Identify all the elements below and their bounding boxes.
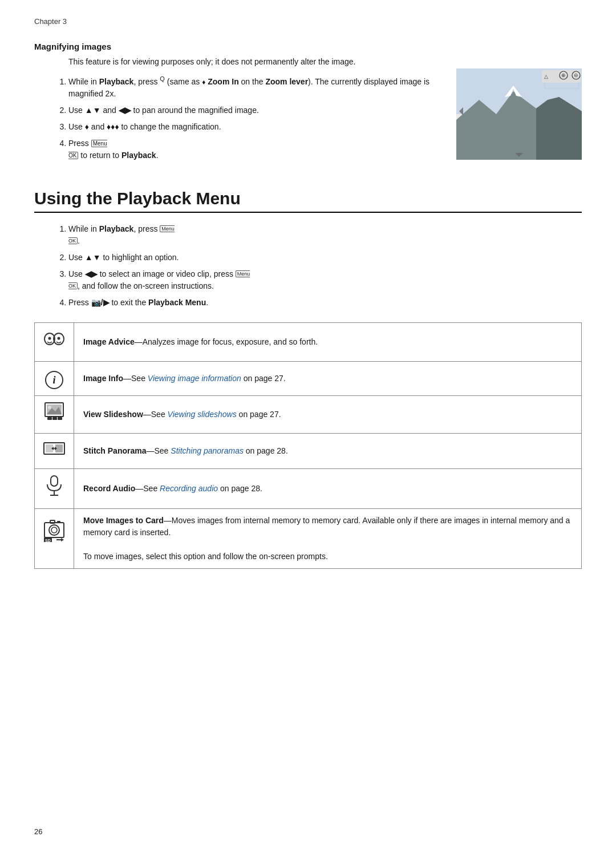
panorama-desc: Stitch Panorama—See Stitching panoramas … [74, 433, 582, 468]
audio-desc: Record Audio—See Recording audio on page… [74, 468, 582, 508]
image-advice-desc: Image Advice—Analyzes image for focus, e… [74, 322, 582, 361]
magnify-content: While in Playback, press Q (same as ♦ Zo… [34, 74, 582, 166]
svg-text:⊖: ⊖ [574, 72, 578, 78]
magnify-step-2: Use ▲▼ and ◀▶ to pan around the magnifie… [68, 104, 439, 116]
playback-menu-section: Using the Playback Menu While in Playbac… [34, 189, 582, 569]
table-row-image-info: i Image Info—See Viewing image informati… [35, 361, 582, 395]
svg-rect-33 [51, 476, 58, 486]
svg-point-19 [58, 337, 60, 339]
svg-rect-26 [58, 417, 62, 420]
svg-point-18 [48, 337, 51, 339]
stitch-panorama-icon [35, 433, 74, 468]
slideshow-link[interactable]: Viewing slideshows [168, 410, 237, 419]
page-number: 26 [34, 827, 42, 836]
move-images-icon: SD [35, 508, 74, 568]
svg-point-37 [49, 525, 59, 535]
magnify-step-1: While in Playback, press Q (same as ♦ Zo… [68, 74, 439, 100]
image-info-link[interactable]: Viewing image information [148, 374, 241, 383]
menu-table: Image Advice—Analyzes image for focus, e… [34, 322, 582, 569]
image-info-desc: Image Info—See Viewing image information… [74, 361, 582, 395]
svg-point-23 [48, 406, 51, 409]
playback-steps: While in Playback, press MenuOK. Use ▲▼ … [68, 223, 582, 309]
table-row-panorama: Stitch Panorama—See Stitching panoramas … [35, 433, 582, 468]
record-audio-icon [35, 468, 74, 508]
table-row-audio: Record Audio—See Recording audio on page… [35, 468, 582, 508]
image-advice-icon [35, 322, 74, 361]
table-row-image-advice: Image Advice—Analyzes image for focus, e… [35, 322, 582, 361]
slideshow-desc: View Slideshow—See Viewing slideshows on… [74, 395, 582, 433]
magnify-step-4: Press MenuOK to return to Playback. [68, 138, 439, 161]
svg-marker-44 [61, 538, 64, 541]
playback-menu-title: Using the Playback Menu [34, 189, 582, 213]
playback-step-4: Press 📷/▶ to exit the Playback Menu. [68, 297, 582, 309]
panorama-link[interactable]: Stitching panoramas [171, 446, 244, 455]
svg-text:△: △ [544, 74, 548, 79]
playback-step-1: While in Playback, press MenuOK. [68, 223, 582, 247]
svg-rect-39 [50, 520, 55, 523]
magnify-step-3: Use ♦ and ♦♦♦ to change the magnificatio… [68, 121, 439, 133]
magnifying-title: Magnifying images [34, 42, 582, 51]
svg-text:⊕: ⊕ [561, 72, 566, 78]
magnifying-section: Magnifying images This feature is for vi… [34, 42, 582, 166]
svg-rect-40 [57, 521, 60, 523]
playback-step-3: Use ◀▶ to select an image or video clip,… [68, 268, 582, 292]
table-row-slideshow: View Slideshow—See Viewing slideshows on… [35, 395, 582, 433]
chapter-label: Chapter 3 [34, 17, 582, 26]
svg-rect-24 [47, 417, 52, 420]
magnify-steps: While in Playback, press Q (same as ♦ Zo… [34, 74, 439, 166]
svg-rect-25 [52, 417, 57, 420]
audio-link[interactable]: Recording audio [160, 484, 218, 493]
magnifying-intro: This feature is for viewing purposes onl… [68, 57, 582, 66]
table-row-move-images: SD Move Images to Card—Moves images from… [35, 508, 582, 568]
svg-text:SD: SD [45, 539, 51, 542]
view-slideshow-icon [35, 395, 74, 433]
playback-step-2: Use ▲▼ to highlight an option. [68, 252, 582, 264]
image-info-icon: i [35, 361, 74, 395]
camera-image: △ ⊕ ⊖ [456, 68, 582, 161]
move-images-desc: Move Images to Card—Moves images from in… [74, 508, 582, 568]
svg-point-38 [51, 527, 57, 533]
magnify-ordered-list: While in Playback, press Q (same as ♦ Zo… [68, 74, 439, 161]
